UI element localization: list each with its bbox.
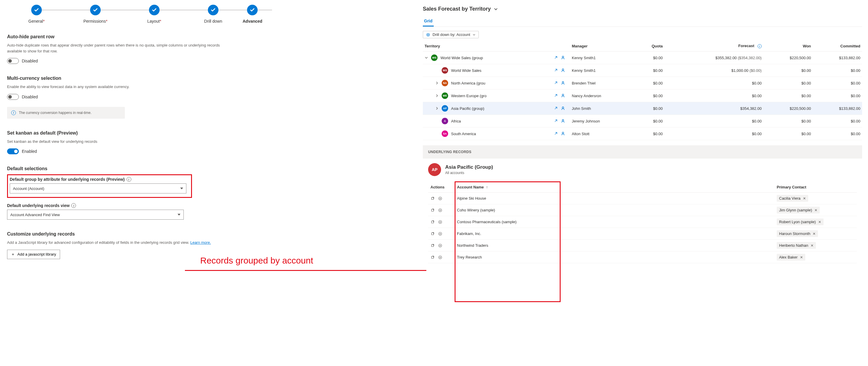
info-icon[interactable]: i <box>757 44 762 48</box>
step-circle <box>208 5 218 15</box>
user-icon[interactable] <box>561 93 565 98</box>
col-manager[interactable]: Manager <box>570 41 636 52</box>
kanban-toggle[interactable] <box>7 148 19 154</box>
multicurrency-toggle[interactable] <box>7 94 19 100</box>
contact-chip[interactable]: Robert Lyon (sample)✕ <box>777 218 824 225</box>
account-name-cell[interactable]: Trey Research <box>455 251 774 263</box>
step-layout[interactable]: Layout* <box>125 5 184 24</box>
drilldown-pill[interactable]: Drill down by: Account <box>423 31 479 38</box>
contact-chip[interactable]: Haroun Stormonth✕ <box>777 230 818 237</box>
account-name-cell[interactable]: Contoso Pharmaceuticals (sample) <box>455 216 774 228</box>
share-icon[interactable] <box>554 81 558 85</box>
add-icon[interactable] <box>438 255 442 260</box>
share-icon[interactable] <box>554 93 558 98</box>
user-icon[interactable] <box>561 55 565 60</box>
account-name-cell[interactable]: Alpine Ski House <box>455 192 774 204</box>
step-general[interactable]: General* <box>7 5 66 24</box>
open-icon[interactable] <box>431 196 435 201</box>
forecast-row[interactable]: WSWorld Wide Sales (groupKenny Smith1$0.… <box>423 52 862 64</box>
forecast-row[interactable]: AAfricaJeremy Johnson$0.00$0.00$0.00$0.0… <box>423 115 862 127</box>
record-row[interactable]: Northwind TradersHeriberto Nathan✕ <box>428 240 857 251</box>
forecast-title[interactable]: Sales Forecast by Territory <box>423 6 862 12</box>
user-icon[interactable] <box>561 119 565 123</box>
remove-icon[interactable]: ✕ <box>803 196 806 201</box>
remove-icon[interactable]: ✕ <box>800 255 803 260</box>
col-won[interactable]: Won <box>764 41 813 52</box>
share-icon[interactable] <box>554 68 558 73</box>
forecast-row[interactable]: APAsia Pacific (group)John Smith$0.00$35… <box>423 102 862 115</box>
add-icon[interactable] <box>438 244 442 248</box>
record-row[interactable]: Coho Winery (sample)Jim Glynn (sample)✕ <box>428 204 857 216</box>
open-icon[interactable] <box>431 232 435 236</box>
forecast-row[interactable]: NANorth America (grouBrenden Thiel$0.00$… <box>423 77 862 90</box>
tab-grid[interactable]: Grid <box>423 16 434 27</box>
add-icon[interactable] <box>438 196 442 201</box>
group-subtitle: All accounts <box>445 171 493 175</box>
col-quota[interactable]: Quota <box>636 41 664 52</box>
record-row[interactable]: Alpine Ski HouseCacilia Viera✕ <box>428 192 857 204</box>
add-icon[interactable] <box>438 232 442 236</box>
col-committed[interactable]: Committed <box>813 41 862 52</box>
autohide-toggle[interactable] <box>7 58 19 64</box>
committed-cell: $133,882.00 <box>813 52 862 64</box>
add-icon[interactable] <box>438 208 442 212</box>
remove-icon[interactable]: ✕ <box>813 232 815 236</box>
user-icon[interactable] <box>561 131 565 136</box>
account-name-cell[interactable]: Coho Winery (sample) <box>455 204 774 216</box>
contact-chip[interactable]: Cacilia Viera✕ <box>777 195 808 202</box>
info-icon[interactable]: i <box>71 203 76 208</box>
step-circle <box>31 5 42 15</box>
remove-icon[interactable]: ✕ <box>811 244 813 248</box>
forecast-row[interactable]: WEWestern Europe (groNancy Andersron$0.0… <box>423 90 862 102</box>
multicurrency-toggle-label: Disabled <box>22 94 38 99</box>
multicurrency-info-text: The currency conversion happens in real-… <box>19 111 92 115</box>
expand-icon[interactable] <box>435 94 439 97</box>
learn-more-link[interactable]: Learn more. <box>190 240 211 245</box>
step-permissions[interactable]: Permissions* <box>66 5 125 24</box>
col-primary-contact[interactable]: Primary Contact <box>774 182 857 192</box>
record-row[interactable]: Fabrikam, Inc.Haroun Stormonth✕ <box>428 228 857 240</box>
share-icon[interactable] <box>554 119 558 123</box>
contact-chip[interactable]: Jim Glynn (sample)✕ <box>777 207 820 213</box>
quota-cell: $0.00 <box>636 90 664 102</box>
account-name-cell[interactable]: Fabrikam, Inc. <box>455 228 774 240</box>
open-icon[interactable] <box>431 255 435 260</box>
record-row[interactable]: Trey ResearchAlex Baker✕ <box>428 251 857 263</box>
forecast-row[interactable]: WSWorld Wide SalesKenny Smith1$0.00$1,00… <box>423 64 862 77</box>
add-js-library-button[interactable]: ＋ Add a javascript library <box>7 250 60 259</box>
forecast-row[interactable]: SASouth AmericaAlton Stott$0.00$0.00$0.0… <box>423 127 862 140</box>
step-drill-down[interactable]: Drill down <box>184 5 243 24</box>
expand-icon[interactable] <box>435 106 439 110</box>
collapse-icon[interactable] <box>425 56 428 59</box>
col-account-name[interactable]: Account Name ↑ <box>455 182 774 192</box>
records-table: Actions Account Name ↑ Primary Contact A… <box>428 182 857 263</box>
col-forecast[interactable]: Forecast i <box>664 41 764 52</box>
open-icon[interactable] <box>431 244 435 248</box>
col-territory[interactable]: Territory <box>423 41 547 52</box>
user-icon[interactable] <box>561 81 565 85</box>
user-icon[interactable] <box>561 68 565 73</box>
share-icon[interactable] <box>554 106 558 111</box>
expand-icon[interactable] <box>435 81 439 85</box>
step-advanced[interactable]: Advanced <box>243 5 262 24</box>
account-name-cell[interactable]: Northwind Traders <box>455 240 774 251</box>
open-icon[interactable] <box>431 208 435 212</box>
view-select[interactable]: Account Advanced Find View <box>7 210 184 220</box>
contact-chip[interactable]: Heriberto Nathan✕ <box>777 242 816 249</box>
view-value: Account Advanced Find View <box>10 213 60 217</box>
share-icon[interactable] <box>554 55 558 60</box>
open-icon[interactable] <box>431 220 435 224</box>
underlying-group-header: AP Asia Pacific (Group) All accounts <box>428 163 857 176</box>
info-icon[interactable]: i <box>127 177 131 182</box>
manager-cell: Alton Stott <box>570 127 636 140</box>
svg-point-0 <box>427 33 430 36</box>
record-row[interactable]: Contoso Pharmaceuticals (sample)Robert L… <box>428 216 857 228</box>
contact-chip[interactable]: Alex Baker✕ <box>777 254 805 261</box>
remove-icon[interactable]: ✕ <box>818 220 821 224</box>
groupby-select[interactable]: Account (Account) <box>10 183 186 193</box>
user-icon[interactable] <box>561 106 565 111</box>
remove-icon[interactable]: ✕ <box>814 208 817 212</box>
share-icon[interactable] <box>554 131 558 136</box>
section-customize-title: Customize underlying records <box>7 232 399 237</box>
add-icon[interactable] <box>438 220 442 224</box>
